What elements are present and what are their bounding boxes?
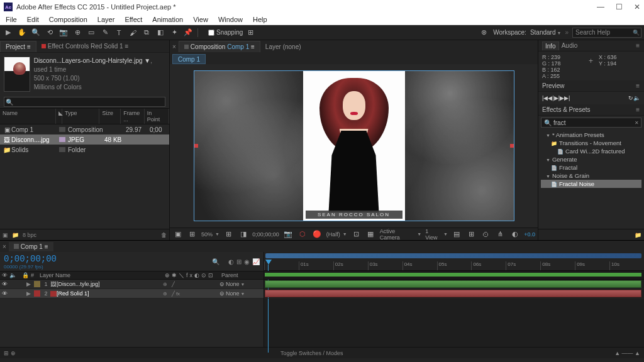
- bpc-toggle[interactable]: 8 bpc: [23, 232, 36, 238]
- time-ruler[interactable]: 01s02s03s04s05s06s07s08s09s10s: [264, 252, 644, 271]
- view-layout-dropdown[interactable]: 1 View: [425, 228, 448, 241]
- frame-blend-icon[interactable]: ⊞: [236, 258, 242, 265]
- graph-editor-icon[interactable]: 📈: [252, 258, 260, 265]
- rotate-tool-icon[interactable]: ⟲: [44, 27, 55, 38]
- comp-breadcrumb[interactable]: Comp 1: [172, 54, 206, 64]
- parent-dropdown-2[interactable]: None: [226, 290, 245, 297]
- magnification-icon[interactable]: ⊞: [187, 229, 197, 240]
- camera-tool-icon[interactable]: 📷: [58, 27, 69, 38]
- close-button[interactable]: ✕: [634, 3, 640, 11]
- transparency-icon[interactable]: ▦: [365, 229, 376, 240]
- timeline-tab-comp1[interactable]: Comp 1 ≡: [9, 242, 53, 251]
- pan-behind-tool-icon[interactable]: ⊕: [72, 27, 83, 38]
- layer-handle-left[interactable]: [194, 144, 198, 148]
- layer-row-1[interactable]: 👁 ▶ 1 🖼 [Discon...tyle.jpg] ⊕ ╱ ⊚None: [0, 280, 264, 289]
- exposure-value[interactable]: +0.0: [524, 231, 535, 238]
- tree-transitions-movement[interactable]: Transitions - Movement: [541, 139, 641, 147]
- search-help-input[interactable]: Search Help: [572, 28, 641, 38]
- first-frame-button[interactable]: |◀: [542, 95, 548, 101]
- channel-rgb-icon[interactable]: 🔴: [312, 229, 323, 240]
- shape-tool-icon[interactable]: ▭: [86, 27, 97, 38]
- info-panel-menu-icon[interactable]: ≡: [636, 42, 640, 49]
- tab-project[interactable]: Project ≡: [0, 41, 36, 52]
- new-folder-icon[interactable]: 📁: [12, 232, 19, 238]
- always-preview-icon[interactable]: ▣: [172, 229, 183, 240]
- motion-blur-icon[interactable]: ◉: [244, 258, 250, 265]
- search-layer-icon[interactable]: 🔍: [212, 258, 219, 265]
- current-timecode[interactable]: 0;00;00;00: [4, 254, 57, 264]
- col-framerate[interactable]: Frame ...: [121, 109, 145, 124]
- parent-dropdown-1[interactable]: None: [226, 281, 245, 287]
- tree-card-wipe-fractured[interactable]: Card Wi...2D fractured: [541, 147, 641, 155]
- fast-preview-icon[interactable]: ⊞: [466, 229, 477, 240]
- menu-window[interactable]: Window: [214, 14, 247, 25]
- effects-panel-menu-icon[interactable]: ≡: [636, 106, 640, 113]
- hand-tool-icon[interactable]: ✋: [16, 27, 28, 38]
- menu-view[interactable]: View: [189, 14, 213, 25]
- tree-fractal-noise[interactable]: Fractal Noise: [541, 180, 641, 188]
- project-item-solids-folder[interactable]: 📁 Solids Folder: [0, 145, 169, 155]
- selection-tool-icon[interactable]: ▶: [3, 27, 14, 38]
- tab-composition-viewer[interactable]: Composition Comp 1 ≡: [179, 41, 260, 52]
- col-layer-name[interactable]: Layer Name: [38, 272, 163, 278]
- toggle-switches-modes[interactable]: Toggle Switches / Modes: [280, 350, 343, 356]
- menu-effect[interactable]: Effect: [120, 14, 147, 25]
- composition-canvas[interactable]: SEAN ROCCO SALON: [194, 70, 514, 221]
- project-search-input[interactable]: 🔍: [4, 97, 165, 107]
- minimize-button[interactable]: —: [597, 3, 604, 11]
- text-tool-icon[interactable]: T: [113, 27, 125, 38]
- zoom-dropdown[interactable]: 50%: [201, 231, 219, 238]
- play-button[interactable]: ▶: [554, 95, 558, 101]
- tab-preview[interactable]: Preview: [542, 82, 565, 89]
- pen-tool-icon[interactable]: ✎: [99, 27, 111, 38]
- mask-icon[interactable]: ◨: [238, 229, 248, 240]
- menu-composition[interactable]: Composition: [45, 14, 92, 25]
- col-type[interactable]: Type: [62, 109, 99, 124]
- clone-tool-icon[interactable]: ⧉: [141, 27, 152, 38]
- layer-track-1[interactable]: [264, 280, 644, 289]
- workspace-close-icon[interactable]: ⊗: [478, 27, 489, 38]
- pixel-aspect-icon[interactable]: ▤: [452, 229, 462, 240]
- tab-layer-viewer[interactable]: Layer (none): [260, 41, 306, 52]
- timeline-icon[interactable]: ⏲: [480, 229, 491, 240]
- shy-icon[interactable]: ◐: [228, 258, 234, 265]
- layer-row-2[interactable]: 👁 ▶ 2 [Red Solid 1] ⊕ ╱ fx ⊚None: [0, 289, 264, 299]
- tab-info[interactable]: Info: [542, 41, 559, 50]
- zoom-tool-icon[interactable]: 🔍: [30, 27, 42, 38]
- resolution-dropdown[interactable]: (Half): [326, 231, 347, 238]
- brush-tool-icon[interactable]: 🖌: [127, 27, 138, 38]
- puppet-tool-icon[interactable]: 📌: [182, 27, 194, 38]
- show-channel-icon[interactable]: ⬡: [297, 229, 308, 240]
- work-area-bar[interactable]: [265, 253, 641, 258]
- delete-icon[interactable]: 🗑: [161, 232, 167, 238]
- tree-noise-grain[interactable]: Noise & Grain: [541, 172, 641, 180]
- layer-track-2[interactable]: [264, 289, 644, 299]
- col-size[interactable]: Size: [99, 109, 121, 124]
- tab-effects-presets[interactable]: Effects & Presets: [542, 106, 591, 113]
- workspace-dropdown[interactable]: Standard: [530, 29, 562, 36]
- tree-generate[interactable]: Generate: [541, 155, 641, 163]
- grid-icon[interactable]: ⊞: [223, 229, 234, 240]
- new-bin-icon[interactable]: 📁: [635, 232, 641, 238]
- flowchart-icon[interactable]: ⋔: [495, 229, 506, 240]
- col-label-icon[interactable]: ◣: [56, 109, 62, 124]
- menu-layer[interactable]: Layer: [93, 14, 119, 25]
- reset-exposure-icon[interactable]: ◐: [509, 229, 520, 240]
- effects-search-input[interactable]: 🔍fract: [541, 118, 641, 128]
- tree-animation-presets[interactable]: * Animation Presets: [541, 131, 641, 139]
- maximize-button[interactable]: ☐: [616, 3, 623, 11]
- roi-icon[interactable]: ⊡: [351, 229, 362, 240]
- project-item-comp[interactable]: ▣ Comp 1 Composition 29.97 0;00: [0, 124, 169, 134]
- snapping-checkbox[interactable]: [208, 30, 214, 36]
- camera-dropdown[interactable]: Active Camera: [380, 228, 421, 241]
- roto-tool-icon[interactable]: ✦: [169, 27, 180, 38]
- preview-panel-menu-icon[interactable]: ≡: [636, 82, 640, 89]
- next-frame-button[interactable]: |▶: [558, 95, 564, 101]
- zoom-slider[interactable]: ▲ —— ▲: [614, 350, 640, 356]
- layer-visibility-icon[interactable]: 👁: [0, 281, 9, 287]
- project-item-image[interactable]: 🖼 Disconn....jpg JPEG 48 KB: [0, 134, 169, 145]
- loop-button[interactable]: ↻: [628, 95, 633, 101]
- mute-button[interactable]: 🔈: [633, 95, 640, 101]
- layer-handle-right[interactable]: [510, 144, 514, 148]
- menu-help[interactable]: Help: [248, 14, 272, 25]
